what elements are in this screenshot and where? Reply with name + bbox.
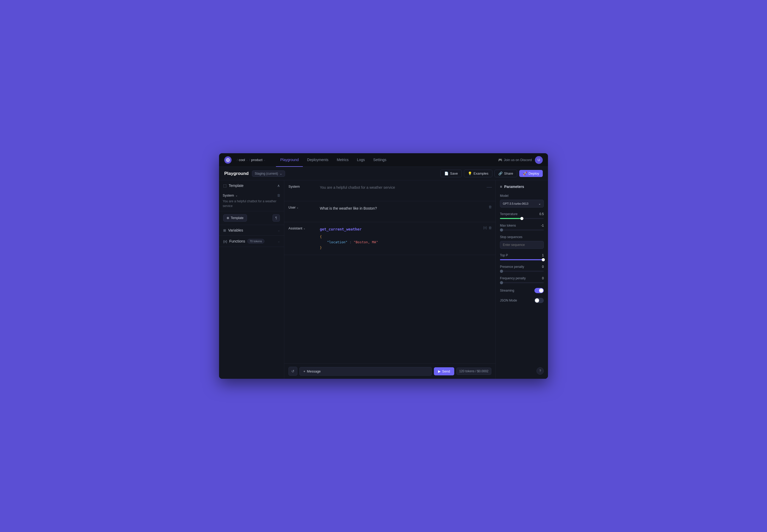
token-counter: 120 tokens / $0.0002 — [456, 368, 491, 375]
assistant-role-label[interactable]: Assistant ⌄ — [288, 226, 305, 230]
examples-button[interactable]: 💡 Examples — [464, 170, 492, 177]
presence-penalty-param-group: Presence penalty 0 — [500, 265, 544, 272]
tab-deployments[interactable]: Deployments — [303, 153, 333, 167]
tab-playground[interactable]: Playground — [276, 153, 303, 167]
send-icon: ▶ — [438, 369, 441, 373]
staging-dropdown[interactable]: Staging (current) ⌄ — [252, 170, 285, 177]
streaming-toggle-row: Streaming — [500, 288, 544, 293]
chevron-up-icon: ∧ — [277, 184, 280, 188]
model-select[interactable]: GPT-3.5-turbo-0613 ⌄ — [500, 200, 544, 208]
streaming-param-group: Streaming — [500, 288, 544, 293]
parameters-icon: ≡ — [500, 185, 502, 189]
paragraph-button[interactable]: ¶ — [273, 214, 280, 222]
svg-point-1 — [227, 159, 229, 161]
max-tokens-label: Max tokens -1 — [500, 224, 544, 227]
presence-penalty-value: 0 — [542, 265, 544, 269]
header-actions: 📄 Save 💡 Examples 🔗 Share 🚀 Deploy — [440, 170, 543, 177]
variable-icon[interactable]: {x} — [483, 226, 487, 229]
variables-icon: ⊞ — [223, 228, 226, 232]
temperature-thumb — [520, 217, 523, 220]
help-button[interactable]: ? — [536, 367, 544, 375]
stop-sequence-input[interactable] — [500, 241, 544, 249]
functions-icon: {x} — [223, 239, 227, 243]
deploy-button[interactable]: 🚀 Deploy — [519, 170, 543, 177]
user-message-content[interactable]: What is the weather like in Boston? — [316, 201, 485, 222]
system-message-actions: — — [483, 180, 495, 201]
avatar[interactable]: U — [535, 156, 543, 164]
examples-icon: 💡 — [468, 172, 472, 175]
system-role: System — [284, 180, 316, 201]
streaming-toggle-dot — [539, 288, 543, 293]
chevron-down-icon-9: ⌄ — [538, 202, 541, 205]
tab-metrics[interactable]: Metrics — [333, 153, 353, 167]
tab-settings[interactable]: Settings — [369, 153, 391, 167]
discord-button[interactable]: 🎮 Join us on Discord — [498, 158, 532, 162]
model-param-group: Model GPT-3.5-turbo-0613 ⌄ — [500, 194, 544, 208]
message-area: System You are a helpful chatbot for a w… — [284, 180, 495, 363]
breadcrumb-org[interactable]: cool ⌄ — [239, 158, 248, 162]
tab-logs[interactable]: Logs — [353, 153, 369, 167]
left-panel: ⬚ Template ∧ System ⌄ 🗑 You are a helpfu… — [219, 180, 284, 379]
discord-icon: 🎮 — [498, 158, 502, 162]
presence-penalty-label: Presence penalty 0 — [500, 265, 544, 269]
chevron-down-icon-2: ⌄ — [263, 158, 265, 161]
delete-system-icon[interactable]: 🗑 — [277, 193, 280, 197]
frequency-penalty-thumb — [500, 281, 503, 284]
parameters-title: ≡ Parameters — [500, 185, 544, 189]
breadcrumb-project[interactable]: product ⌄ — [251, 158, 265, 162]
frequency-penalty-slider[interactable] — [500, 282, 544, 283]
system-message-block: System You are a helpful chatbot for a w… — [284, 180, 495, 201]
frequency-penalty-label: Frequency penalty 0 — [500, 276, 544, 280]
template-section-header[interactable]: ⬚ Template ∧ — [219, 180, 284, 191]
save-icon: 📄 — [444, 172, 449, 175]
assistant-message-content[interactable]: get_current_weather { "location" : "Bost… — [316, 222, 480, 255]
top-p-fill — [500, 259, 544, 260]
top-p-slider[interactable] — [500, 259, 544, 260]
chevron-down-icon-5: ⌄ — [278, 229, 280, 232]
app-logo[interactable] — [224, 156, 232, 164]
plus-circle-icon: ⊕ — [227, 216, 229, 220]
separator-icon: — — [487, 184, 492, 190]
user-role-label[interactable]: User ⌄ — [288, 205, 299, 209]
nav-tabs: Playground Deployments Metrics Logs Sett… — [276, 153, 498, 167]
close-brace: } — [320, 246, 322, 250]
system-message-content[interactable]: You are a helpful chatbot for a weather … — [316, 180, 483, 201]
delete-assistant-message-icon[interactable]: 🗑 — [488, 226, 492, 230]
message-button[interactable]: + Message — [299, 367, 432, 376]
variables-row[interactable]: ⊞ Variables ⌄ — [219, 225, 284, 236]
system-role-label: System — [288, 185, 300, 188]
user-role: User ⌄ — [284, 201, 316, 222]
top-p-label: Top P 1 — [500, 253, 544, 257]
stop-sequences-param-group: Stop sequences — [500, 235, 544, 249]
assistant-message-actions: {x} 🗑 — [480, 222, 495, 255]
json-mode-toggle[interactable] — [534, 298, 544, 303]
user-message-block: User ⌄ What is the weather like in Bosto… — [284, 201, 495, 222]
system-block: System ⌄ 🗑 You are a helpful chatbot for… — [219, 191, 284, 211]
frequency-penalty-param-group: Frequency penalty 0 — [500, 276, 544, 283]
function-name: get_current_weather — [320, 226, 362, 232]
history-button[interactable]: ↺ — [288, 367, 297, 376]
sub-header: Playground Staging (current) ⌄ 📄 Save 💡 … — [219, 167, 548, 180]
send-button[interactable]: ▶ Send — [434, 367, 454, 375]
top-nav: / cool ⌄ / product ⌄ Playground Deployme… — [219, 153, 548, 167]
presence-penalty-slider[interactable] — [500, 271, 544, 272]
stop-sequences-label: Stop sequences — [500, 235, 544, 239]
streaming-toggle[interactable] — [534, 288, 544, 293]
max-tokens-thumb — [500, 228, 503, 232]
max-tokens-slider[interactable] — [500, 229, 544, 230]
temperature-label: Temperature 0.5 — [500, 212, 544, 216]
max-tokens-param-group: Max tokens -1 — [500, 224, 544, 230]
chevron-down-icon-4: ⌄ — [235, 194, 238, 197]
temperature-slider[interactable] — [500, 218, 544, 219]
system-label[interactable]: System ⌄ — [223, 193, 238, 197]
delete-user-message-icon[interactable]: 🗑 — [488, 205, 492, 209]
functions-row[interactable]: {x} Functions 70 tokens ⌄ — [219, 236, 284, 247]
chevron-down-icon-3: ⌄ — [280, 172, 282, 175]
share-button[interactable]: 🔗 Share — [494, 170, 517, 177]
empty-chat-area[interactable] — [284, 255, 495, 307]
add-template-button[interactable]: ⊕ Template — [223, 214, 247, 222]
assistant-role: Assistant ⌄ — [284, 222, 316, 255]
save-button[interactable]: 📄 Save — [440, 170, 462, 177]
chevron-down-icon-8: ⌄ — [303, 227, 305, 230]
json-mode-toggle-row: JSON Mode — [500, 298, 544, 303]
